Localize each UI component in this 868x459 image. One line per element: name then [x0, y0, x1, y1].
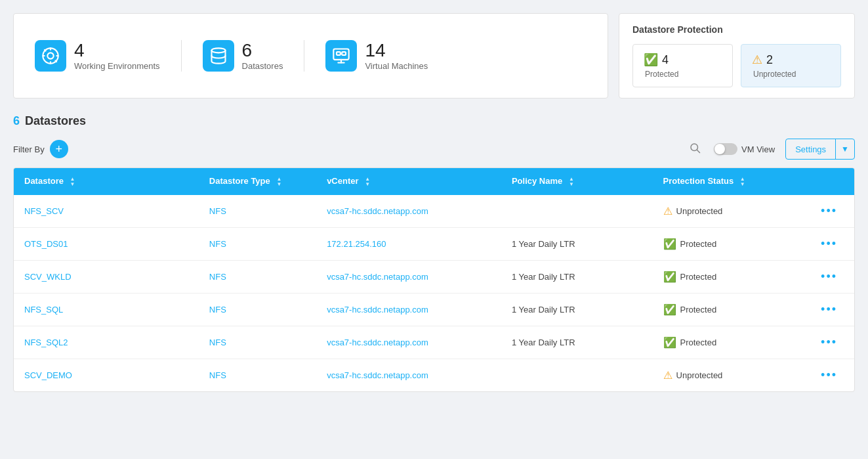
datastore-name[interactable]: NFS_SCV	[24, 206, 64, 216]
svg-line-5	[55, 60, 56, 62]
datastore-name-cell: SCV_WKLD	[14, 260, 199, 293]
shield-check-icon: ✅	[663, 336, 676, 349]
datastore-type-cell: NFS	[199, 227, 316, 260]
vcenter-link[interactable]: 172.21.254.160	[327, 239, 386, 249]
working-env-count: 4	[74, 41, 160, 61]
unprotected-label: Unprotected	[752, 70, 830, 79]
datastore-type: NFS	[209, 239, 226, 249]
row-actions-button[interactable]: •••	[816, 237, 842, 251]
shield-check-icon: ✅	[663, 238, 676, 250]
table-row: SCV_DEMO NFS vcsa7-hc.sddc.netapp.com ⚠ …	[14, 359, 854, 391]
vcenter-link[interactable]: vcsa7-hc.sddc.netapp.com	[327, 338, 428, 347]
datastore-name[interactable]: SCV_DEMO	[24, 370, 72, 380]
col-header-datastore[interactable]: Datastore ▲▼	[14, 168, 199, 195]
actions-cell: •••	[804, 293, 854, 326]
protected-count: 4	[662, 53, 669, 67]
col-header-policy[interactable]: Policy Name ▲▼	[501, 168, 653, 195]
row-actions-button[interactable]: •••	[816, 303, 842, 317]
vcenter-link[interactable]: vcsa7-hc.sddc.netapp.com	[327, 370, 428, 380]
datastore-type-cell: NFS	[199, 260, 316, 293]
actions-cell: •••	[804, 326, 854, 359]
add-filter-button[interactable]: +	[50, 140, 68, 158]
datastore-type: NFS	[209, 370, 226, 380]
vm-view-label: VM View	[741, 144, 775, 154]
datastores-count: 6	[242, 41, 283, 61]
datastore-type-cell: NFS	[199, 359, 316, 391]
section-title: Datastores	[25, 114, 86, 128]
working-env-label: Working Environments	[74, 61, 160, 71]
policy-cell: 1 Year Daily LTR	[501, 227, 653, 260]
datastore-type-cell: NFS	[199, 195, 316, 228]
vm-icon	[325, 40, 357, 72]
svg-line-4	[45, 50, 46, 51]
vcenter-link[interactable]: vcsa7-hc.sddc.netapp.com	[327, 272, 428, 282]
svg-rect-10	[337, 52, 341, 55]
protected-label: Protected	[644, 70, 722, 79]
protection-card: Datastore Protection ✅ 4 Protected ⚠ 2 U…	[619, 13, 855, 98]
datastores-stat: 6 Datastores	[182, 40, 305, 72]
warning-icon: ⚠	[752, 53, 762, 67]
svg-point-8	[211, 48, 225, 53]
status-text: Unprotected	[676, 206, 723, 216]
chevron-down-icon[interactable]: ▼	[836, 141, 854, 158]
status-text: Protected	[680, 338, 717, 347]
protection-stats: ✅ 4 Protected ⚠ 2 Unprotected	[632, 44, 841, 87]
settings-label: Settings	[786, 141, 835, 158]
datastore-type: NFS	[209, 206, 226, 216]
shield-check-icon: ✅	[663, 303, 676, 316]
actions-cell: •••	[804, 260, 854, 293]
settings-button[interactable]: Settings ▼	[785, 139, 855, 160]
status-cell: ✅ Protected	[653, 293, 804, 326]
policy-cell	[501, 359, 653, 391]
row-actions-button[interactable]: •••	[816, 204, 842, 218]
datastore-name-cell: NFS_SCV	[14, 195, 199, 228]
actions-cell: •••	[804, 227, 854, 260]
status-cell: ⚠ Unprotected	[653, 195, 804, 228]
table-row: SCV_WKLD NFS vcsa7-hc.sddc.netapp.com 1 …	[14, 260, 854, 293]
datastore-name[interactable]: SCV_WKLD	[24, 272, 72, 282]
cloud-icon	[35, 40, 66, 72]
toolbar: Filter By + VM View Settings ▼	[13, 139, 855, 160]
col-header-vcenter[interactable]: vCenter ▲▼	[316, 168, 501, 195]
summary-card: 4 Working Environments 6 Datastores	[13, 13, 608, 98]
vcenter-cell: vcsa7-hc.sddc.netapp.com	[316, 260, 501, 293]
status-cell: ✅ Protected	[653, 326, 804, 359]
datastore-name[interactable]: NFS_SQL	[24, 305, 63, 315]
svg-rect-11	[342, 52, 346, 55]
protection-title: Datastore Protection	[632, 24, 841, 35]
datastore-name-cell: NFS_SQL	[14, 293, 199, 326]
vm-view-toggle[interactable]: VM View	[714, 143, 775, 155]
col-header-type[interactable]: Datastore Type ▲▼	[199, 168, 316, 195]
vcenter-link[interactable]: vcsa7-hc.sddc.netapp.com	[327, 206, 428, 216]
svg-point-1	[47, 53, 53, 58]
unprotected-stat: ⚠ 2 Unprotected	[741, 44, 841, 87]
datastore-type: NFS	[209, 272, 226, 282]
protected-stat: ✅ 4 Protected	[632, 44, 733, 87]
svg-rect-9	[334, 49, 349, 60]
col-header-status[interactable]: Protection Status ▲▼	[653, 168, 804, 195]
row-actions-button[interactable]: •••	[816, 270, 842, 284]
datastore-type-cell: NFS	[199, 293, 316, 326]
table-row: NFS_SQL2 NFS vcsa7-hc.sddc.netapp.com 1 …	[14, 326, 854, 359]
working-environments-stat: 4 Working Environments	[35, 40, 182, 72]
policy-cell: 1 Year Daily LTR	[501, 293, 653, 326]
search-button[interactable]	[686, 139, 703, 160]
section-count: 6	[13, 114, 20, 128]
row-actions-button[interactable]: •••	[816, 368, 842, 382]
right-toolbar: VM View Settings ▼	[686, 139, 855, 160]
policy-cell	[501, 195, 653, 228]
datastore-name-cell: OTS_DS01	[14, 227, 199, 260]
status-cell: ✅ Protected	[653, 260, 804, 293]
vm-label: Virtual Machines	[365, 61, 428, 71]
filter-label: Filter By	[13, 144, 45, 154]
datastore-name[interactable]: OTS_DS01	[24, 239, 68, 249]
warning-icon: ⚠	[663, 205, 672, 217]
datastore-name[interactable]: NFS_SQL2	[24, 338, 68, 347]
svg-line-15	[697, 150, 700, 152]
status-cell: ✅ Protected	[653, 227, 804, 260]
row-actions-button[interactable]: •••	[816, 336, 842, 349]
database-icon	[203, 40, 234, 72]
vcenter-cell: vcsa7-hc.sddc.netapp.com	[316, 195, 501, 228]
vcenter-link[interactable]: vcsa7-hc.sddc.netapp.com	[327, 305, 428, 315]
status-text: Protected	[680, 305, 717, 315]
